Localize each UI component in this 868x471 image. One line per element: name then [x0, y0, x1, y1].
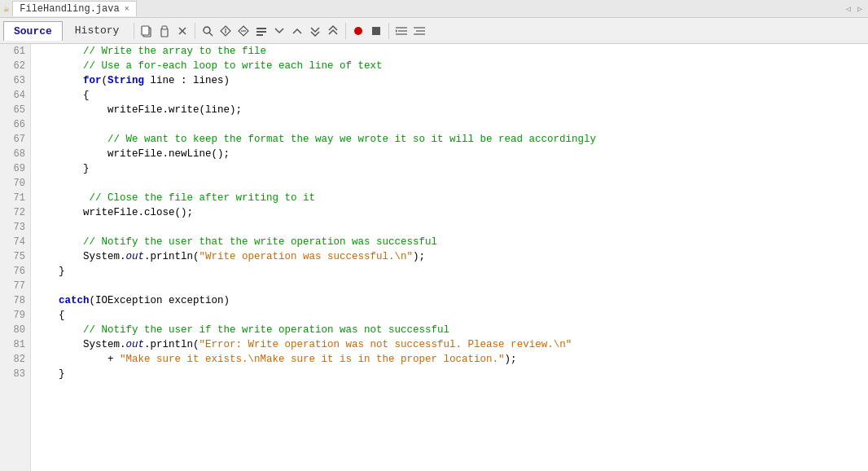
code-line: // Notify the user if the write operatio…	[34, 323, 868, 337]
toolbar-separator-1	[134, 23, 134, 39]
code-line: + "Make sure it exists.\nMake sure it is…	[34, 352, 868, 367]
code-line: // Notify the user that the write operat…	[34, 235, 868, 249]
code-line: System.out.println("Error: Write operati…	[34, 337, 868, 352]
toolbar-btn-outdent[interactable]	[411, 23, 427, 39]
file-tab[interactable]: FileHandling.java ×	[12, 1, 136, 16]
code-line	[34, 117, 868, 132]
svg-rect-13	[256, 31, 266, 33]
code-line: // Use a for-each loop to write each lin…	[34, 59, 868, 73]
toolbar-btn-10[interactable]	[307, 23, 323, 39]
line-number: 70	[0, 176, 30, 191]
history-tab[interactable]: History	[64, 20, 130, 41]
nav-back-icon[interactable]: ◁	[844, 3, 853, 15]
toolbar-separator-2	[195, 23, 195, 39]
source-tab[interactable]: Source	[3, 21, 63, 41]
code-line: catch(IOException exception)	[34, 293, 868, 308]
line-number: 78	[0, 293, 30, 308]
java-file-icon: ☕	[3, 2, 9, 15]
toolbar-btn-6[interactable]	[235, 23, 252, 39]
line-number: 74	[0, 235, 30, 249]
svg-point-6	[204, 27, 210, 33]
line-number: 66	[0, 117, 30, 132]
toolbar-separator-4	[388, 23, 389, 39]
line-number: 80	[0, 323, 30, 337]
line-number: 75	[0, 249, 30, 264]
svg-line-7	[209, 33, 213, 36]
toolbar-btn-9[interactable]	[289, 23, 305, 39]
code-area[interactable]: // Write the array to the file // Use a …	[31, 44, 868, 471]
toolbar-btn-3[interactable]	[174, 23, 191, 39]
svg-rect-16	[372, 27, 380, 35]
code-line: // We want to keep the format the way we…	[34, 132, 868, 147]
code-line: writeFile.newLine();	[34, 147, 868, 161]
toolbar-btn-indent[interactable]	[393, 23, 410, 39]
title-bar-navigation: ◁ ▷	[844, 3, 865, 15]
code-line: for(String line : lines)	[34, 73, 868, 88]
code-line: }	[34, 161, 868, 176]
code-line: // Close the file after writing to it	[34, 191, 868, 205]
line-number: 61	[0, 44, 30, 59]
code-line	[34, 176, 868, 191]
code-line: {	[34, 308, 868, 323]
line-number: 73	[0, 220, 30, 235]
svg-rect-14	[256, 34, 263, 36]
code-line: writeFile.close();	[34, 205, 868, 220]
line-number: 65	[0, 103, 30, 117]
line-number: 62	[0, 59, 30, 73]
line-number: 81	[0, 337, 30, 352]
code-line: System.out.println("Write operation was …	[34, 249, 868, 264]
toolbar: Source History	[0, 18, 868, 44]
line-number: 83	[0, 367, 30, 381]
svg-point-15	[354, 27, 362, 35]
line-number: 67	[0, 132, 30, 147]
title-bar-left: ☕ FileHandling.java ×	[3, 1, 137, 16]
line-numbers-gutter: 6162636465666768697071727374757677787980…	[0, 44, 31, 471]
toolbar-separator-3	[345, 23, 346, 39]
editor-container: 6162636465666768697071727374757677787980…	[0, 44, 868, 471]
toolbar-btn-2[interactable]	[156, 23, 173, 39]
line-number: 77	[0, 279, 30, 293]
code-line: {	[34, 88, 868, 103]
code-line: }	[34, 264, 868, 279]
line-number: 82	[0, 352, 30, 367]
code-line: }	[34, 367, 868, 381]
svg-rect-3	[162, 26, 167, 29]
toolbar-btn-record[interactable]	[350, 23, 366, 39]
toolbar-btn-find[interactable]	[199, 23, 216, 39]
line-number: 69	[0, 161, 30, 176]
code-line: // Write the array to the file	[34, 44, 868, 59]
nav-forward-icon[interactable]: ▷	[855, 3, 865, 15]
line-number: 71	[0, 191, 30, 205]
filename-label: FileHandling.java	[20, 3, 119, 15]
code-line	[34, 279, 868, 293]
line-number: 64	[0, 88, 30, 103]
line-number: 72	[0, 205, 30, 220]
svg-rect-1	[142, 26, 149, 35]
toolbar-btn-stop[interactable]	[368, 23, 384, 39]
close-tab-icon[interactable]: ×	[125, 5, 129, 14]
title-bar: ☕ FileHandling.java × ◁ ▷	[0, 0, 868, 18]
code-line: writeFile.write(line);	[34, 103, 868, 117]
line-number: 76	[0, 264, 30, 279]
code-line	[34, 220, 868, 235]
toolbar-btn-1[interactable]	[138, 23, 155, 39]
line-number: 79	[0, 308, 30, 323]
toolbar-btn-5[interactable]	[217, 23, 234, 39]
svg-rect-12	[256, 28, 266, 29]
toolbar-btn-8[interactable]	[271, 23, 287, 39]
line-number: 63	[0, 73, 30, 88]
line-number: 68	[0, 147, 30, 161]
toolbar-btn-11[interactable]	[325, 23, 341, 39]
toolbar-btn-7[interactable]	[253, 23, 270, 39]
